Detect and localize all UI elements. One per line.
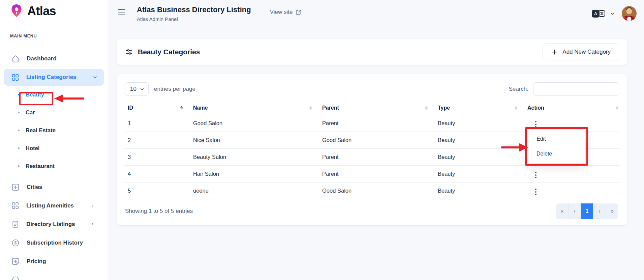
file-plus-icon (11, 257, 20, 266)
table-row: 1 Good Salon Parent Beauty (125, 115, 619, 132)
column-label: ID (128, 105, 133, 111)
pagination-last-button[interactable]: » (606, 203, 618, 219)
topbar-right: A 文 (592, 6, 637, 21)
user-avatar[interactable] (622, 6, 637, 21)
showing-entries-text: Showing 1 to 5 of 5 entries (125, 208, 193, 215)
chevron-down-icon (92, 75, 98, 80)
grid-icon (11, 73, 20, 82)
table-row: 4 Hair Salon Parent Beauty (125, 165, 619, 182)
table-header-row: ID Name Parent Type (125, 101, 619, 115)
sidebar-section-label: MAIN MENU (10, 34, 108, 38)
column-label: Name (193, 105, 208, 111)
chevron-down-icon[interactable] (610, 11, 615, 16)
svg-text:$: $ (14, 241, 17, 245)
translate-icon: A (592, 10, 600, 18)
column-header-type[interactable]: Type (435, 101, 525, 115)
sort-arrows-icon (515, 106, 517, 110)
sidebar-subitem-car[interactable]: Car (0, 104, 108, 121)
row-actions-icon[interactable] (534, 187, 538, 196)
column-label: Action (527, 105, 544, 111)
pagination-first-button[interactable]: « (556, 203, 569, 219)
column-label: Type (438, 105, 450, 111)
delete-menu-item[interactable]: Delete (527, 146, 585, 161)
sidebar-item-label: Dashboard (27, 55, 57, 62)
sidebar-item-cities[interactable]: Cities (0, 178, 108, 196)
page-size-value: 10 (130, 86, 136, 92)
row-actions-icon[interactable] (534, 120, 538, 129)
edit-menu-item[interactable]: Edit (527, 132, 585, 146)
row-actions-dropdown: Edit Delete (527, 130, 585, 163)
cell-id: 4 (125, 165, 190, 182)
cell-parent: Good Salon (319, 132, 435, 148)
sidebar-subitem-label: Car (26, 109, 35, 116)
cell-id: 2 (125, 132, 190, 148)
page-title-block: Atlas Business Directory Listing Atlas A… (137, 5, 251, 22)
translate-icon-secondary: 文 (599, 10, 605, 17)
column-header-action[interactable]: Action (525, 101, 619, 115)
cell-parent: Parent (319, 148, 435, 165)
clipboard-list-icon (11, 220, 20, 228)
column-label: Parent (322, 105, 339, 111)
home-icon (11, 54, 20, 63)
sidebar-item-listing-categories[interactable]: Listing Categories (4, 69, 104, 86)
pagination-page-1-button[interactable]: 1 (581, 203, 593, 219)
external-link-icon (295, 9, 302, 16)
page-title: Atlas Business Directory Listing (137, 5, 251, 14)
pagination-next-button[interactable]: › (593, 203, 606, 219)
pagination-prev-button[interactable]: ‹ (569, 203, 581, 219)
row-actions-icon[interactable] (534, 170, 538, 179)
sidebar-item-dashboard[interactable]: Dashboard (0, 49, 108, 68)
sidebar-subitem-label: Restaurant (26, 163, 55, 169)
cell-name: Good Salon (190, 115, 319, 132)
cell-type: Beauty (435, 165, 525, 182)
panel-header-card: Beauty Categories Add New Category (117, 39, 627, 65)
column-header-parent[interactable]: Parent (319, 101, 435, 115)
add-new-category-button[interactable]: Add New Category (543, 44, 619, 60)
sidebar-item-listing-amenities[interactable]: Listing Amenities (0, 196, 108, 215)
view-site-link[interactable]: View site (270, 9, 302, 16)
sidebar-item-directory-listings[interactable]: Directory Listings (0, 215, 108, 233)
sidebar-subitem-beauty[interactable]: Beauty (0, 86, 108, 104)
cell-id: 3 (125, 148, 190, 165)
sidebar-nav: Dashboard Listing Categories Beauty Car (0, 49, 108, 280)
sort-arrows-icon (309, 106, 312, 110)
sort-arrows-icon (180, 106, 183, 110)
sidebar-subitem-real-estate[interactable]: Real Estate (0, 121, 108, 139)
column-header-id[interactable]: ID (125, 101, 190, 115)
sidebar-item-label: Subscription History (27, 240, 83, 246)
partial-menu-icon (11, 276, 20, 280)
add-button-label: Add New Category (562, 49, 611, 55)
language-switcher[interactable]: A 文 (592, 10, 605, 18)
chevron-down-icon (140, 87, 145, 92)
cell-name: Nice Salon (190, 132, 319, 148)
square-plus-icon (11, 183, 20, 192)
sidebar: Atlas MAIN MENU Dashboard Listing Catego… (0, 0, 108, 280)
cell-type: Beauty (435, 132, 525, 148)
column-header-name[interactable]: Name (190, 101, 319, 115)
topbar: Atlas Business Directory Listing Atlas A… (108, 0, 644, 25)
cell-name: ueeriu (190, 182, 319, 199)
sort-arrows-icon (425, 106, 428, 110)
map-pin-icon (9, 3, 24, 19)
sort-arrows-icon (616, 106, 618, 110)
sidebar-item-label: Pricing (27, 258, 46, 265)
adjustments-icon (125, 48, 133, 56)
hamburger-menu-icon[interactable] (118, 9, 125, 15)
page-size-select[interactable]: 10 (125, 82, 149, 96)
search-input[interactable] (533, 82, 619, 96)
cell-parent: Parent (319, 165, 435, 182)
sidebar-item-partial[interactable] (0, 271, 108, 280)
cell-type: Beauty (435, 182, 525, 199)
sidebar-item-subscription-history[interactable]: $ Subscription History (0, 233, 108, 252)
brand-logo[interactable]: Atlas (9, 3, 108, 19)
bullet-icon (18, 147, 20, 149)
search-area: Search: (509, 82, 619, 96)
sidebar-subitem-hotel[interactable]: Hotel (0, 139, 108, 157)
sidebar-subitem-restaurant[interactable]: Restaurant (0, 157, 108, 175)
table-row: 5 ueeriu Good Salon Beauty (125, 182, 619, 199)
cell-name: Hair Salon (190, 165, 319, 182)
page-subtitle: Atlas Admin Panel (137, 16, 251, 22)
sidebar-item-pricing[interactable]: Pricing (0, 252, 108, 271)
pagination: « ‹ 1 › » (556, 203, 618, 219)
view-site-label: View site (270, 9, 293, 16)
